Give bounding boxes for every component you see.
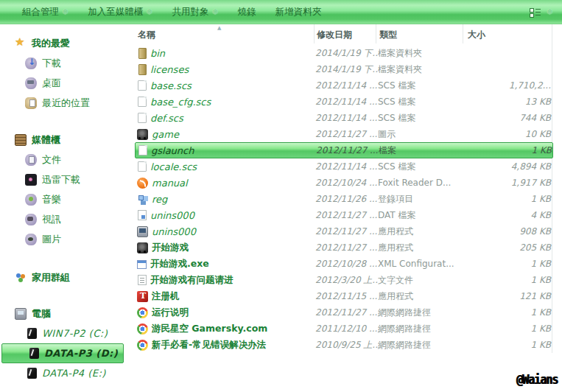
sidebar-item-drive-e[interactable]: DATA-P4 (E:) — [0, 363, 135, 383]
file-type: DAT 檔案 — [378, 209, 465, 222]
file-type: 文字文件 — [378, 274, 465, 287]
file-name: 开始游戏有问题请进 — [150, 274, 233, 287]
sidebar-item-music[interactable]: 音樂 — [0, 189, 135, 209]
file-row-17[interactable]: 游民星空 Gamersky.com 2011/12/10 ... 網際網路捷徑 … — [135, 321, 553, 337]
file-row-2[interactable]: base.scs 2012/11/14 ... SCS 檔案 1,710,2..… — [135, 77, 553, 94]
column-header-size[interactable]: 大小 — [465, 29, 553, 41]
file-name: bin — [150, 48, 165, 59]
sidebar-item-drive-d[interactable]: DATA-P3 (D:) — [1, 343, 124, 363]
column-divider[interactable] — [314, 24, 315, 43]
toolbar-items: 組合管理 ❅ 加入至媒體櫃 ❅ 共用對象 ❅ 燒錄 新增資料夾 — [0, 6, 321, 18]
toolbar-button-share-with[interactable]: 共用對象 ❅ — [172, 6, 218, 18]
file-row-10[interactable]: unins000 2012/11/27 ... DAT 檔案 4 KB — [135, 207, 553, 223]
toolbar-view-controls: ❅ — [530, 0, 553, 24]
file-name: 游民星空 Gamersky.com — [152, 323, 267, 335]
sidebar-item-recent-places[interactable]: 最近的位置 — [0, 93, 135, 113]
file-row-16[interactable]: 运行说明 2012/11/27 ... 網際網路捷徑 1 KB — [135, 304, 553, 321]
desktop-icon — [25, 77, 37, 89]
sidebar-item-libraries[interactable]: 媒體櫃 — [0, 130, 135, 150]
file-name: def.scs — [150, 113, 183, 124]
file-date: 2012/11/27 ... — [315, 210, 378, 220]
file-row-7[interactable]: locale.scs 2012/11/14 ... SCS 檔案 4,894 K… — [135, 158, 553, 175]
toolbar-button-new-folder[interactable]: 新增資料夾 — [275, 6, 322, 18]
file-date: 2012/11/27 ... — [315, 307, 378, 318]
file-name: reg — [152, 194, 167, 205]
sidebar-item-videos[interactable]: 視訊 — [0, 209, 135, 229]
file-row-5[interactable]: game 2012/11/27 ... 圖示 10 KB — [135, 126, 553, 142]
column-header-name[interactable]: 名稱 — [135, 29, 315, 41]
toolbar-button-burn[interactable]: 燒錄 — [238, 6, 256, 18]
computer-icon — [15, 308, 27, 320]
file-size: 1 KB — [466, 145, 554, 155]
file-name: licenses — [150, 64, 189, 75]
file-name: locale.scs — [150, 161, 197, 172]
file-icon — [138, 97, 147, 107]
column-header-date[interactable]: 修改日期 — [315, 29, 378, 41]
file-icon — [138, 161, 147, 172]
window-body: 我的最愛 下載 桌面 最近的位置 媒體櫃 文件 迅雷下載 音樂 視訊 圖片 家用… — [0, 24, 562, 392]
sidebar-item-favorites[interactable]: 我的最愛 — [0, 33, 135, 53]
recent-icon — [25, 97, 37, 109]
file-size: 1 KB — [465, 275, 553, 285]
sidebar-item-desktop[interactable]: 桌面 — [0, 73, 135, 93]
column-divider[interactable] — [463, 24, 463, 43]
file-row-15[interactable]: 注册机 2012/11/15 ... 應用程式 121 KB — [135, 288, 553, 304]
file-row-3[interactable]: base_cfg.scs 2012/11/14 ... SCS 檔案 13 KB — [135, 94, 553, 110]
toolbar-button-add-to-library[interactable]: 加入至媒體櫃 ❅ — [88, 6, 152, 18]
file-size: 744 KB — [465, 113, 553, 123]
column-divider[interactable] — [376, 24, 376, 43]
file-type: 應用程式 — [378, 225, 465, 238]
drive-icon — [27, 368, 37, 379]
file-row-6[interactable]: gslaunch 2012/11/27 ... 檔案 1 KB — [135, 142, 553, 158]
file-row-18[interactable]: 新手必看-常见错误解决办法 2010/9/25 上... 網際網路捷徑 1 KB — [135, 337, 553, 353]
file-row-8[interactable]: manual 2012/10/24 ... Foxit Reader D... … — [135, 175, 553, 191]
drive-icon — [27, 328, 37, 339]
file-icon — [138, 145, 147, 155]
list-view-icon[interactable] — [530, 7, 541, 17]
star-icon — [15, 38, 27, 49]
file-type: SCS 檔案 — [378, 96, 465, 108]
truck-icon — [137, 242, 148, 253]
column-header-type[interactable]: 類型 — [378, 29, 465, 41]
dat-icon — [138, 210, 147, 220]
file-name: manual — [152, 178, 188, 189]
documents-icon — [25, 154, 37, 166]
videos-icon — [25, 214, 37, 225]
download-icon — [25, 57, 37, 69]
sidebar-item-computer[interactable]: 電腦 — [0, 304, 135, 323]
view-dropdown-icon[interactable]: ❅ — [547, 8, 553, 16]
sidebar-item-homegroup[interactable]: 家用群組 — [0, 267, 135, 287]
file-row-1[interactable]: licenses 2014/1/19 下... 檔案資料夾 — [135, 61, 553, 77]
column-headers: 名稱 修改日期 類型 大小 — [135, 24, 562, 45]
sidebar-item-thunder-downloads[interactable]: 迅雷下載 — [0, 169, 135, 189]
file-size: 1 KB — [465, 307, 553, 318]
chrome-icon — [137, 323, 148, 335]
file-name: 开始游戏 — [152, 242, 189, 254]
file-date: 2012/11/15 ... — [315, 291, 378, 301]
file-row-9[interactable]: reg 2012/11/26 ... 登錄項目 1 KB — [135, 191, 553, 207]
file-size: 10 KB — [465, 129, 553, 139]
file-row-4[interactable]: def.scs 2012/11/14 ... SCS 檔案 744 KB — [135, 110, 553, 126]
file-row-13[interactable]: 开始游戏.exe 2012/10/28 ... XML Configurat..… — [135, 256, 553, 272]
sidebar-item-documents[interactable]: 文件 — [0, 150, 135, 169]
file-row-11[interactable]: unins000 2012/11/27 ... 應用程式 908 KB — [135, 223, 553, 239]
file-icon — [138, 113, 147, 123]
watermark: @Waians — [516, 372, 558, 388]
sidebar-item-pictures[interactable]: 圖片 — [0, 229, 135, 249]
file-date: 2012/11/27 ... — [315, 242, 378, 253]
sidebar-item-drive-c[interactable]: WIN7-P2 (C:) — [0, 323, 135, 343]
file-name: unins000 — [152, 226, 196, 237]
file-row-12[interactable]: 开始游戏 2012/11/27 ... 應用程式 205 KB — [135, 239, 553, 256]
file-row-0[interactable]: bin 2014/1/19 下... 檔案資料夾 — [135, 45, 553, 61]
file-type: 登錄項目 — [378, 193, 465, 206]
dropdown-icon: ❅ — [146, 8, 152, 16]
file-date: 2014/1/19 下... — [315, 63, 378, 76]
toolbar-button-organize[interactable]: 組合管理 ❅ — [22, 6, 69, 18]
file-row-14[interactable]: 开始游戏有问题请进 2012/3/20 上... 文字文件 1 KB — [135, 272, 553, 288]
file-name: base.scs — [150, 80, 192, 91]
file-size: 908 KB — [465, 226, 553, 237]
sidebar-item-downloads[interactable]: 下載 — [0, 53, 135, 73]
file-date: 2012/11/27 ... — [316, 145, 379, 155]
pictures-icon — [25, 234, 37, 245]
file-type: SCS 檔案 — [378, 112, 465, 125]
